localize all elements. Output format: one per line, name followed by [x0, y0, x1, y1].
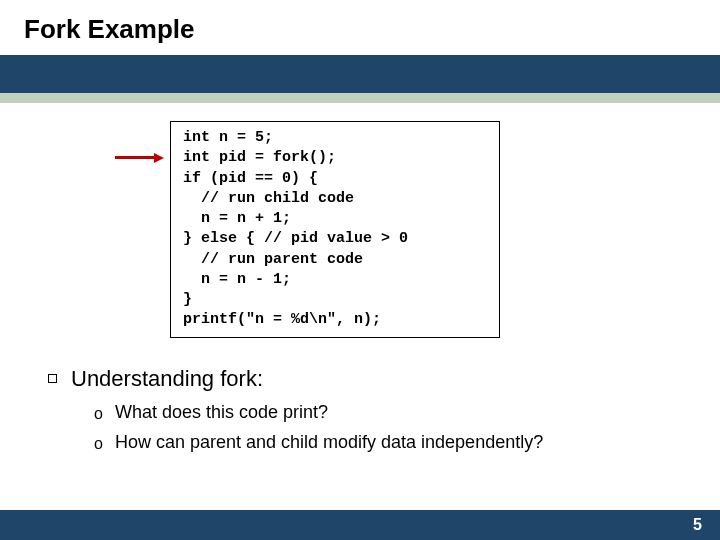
list-item: oWhat does this code print? [94, 402, 680, 426]
sub-list: oWhat does this code print?oHow can pare… [94, 402, 680, 456]
title-area: Fork Example [0, 0, 720, 55]
square-bullet-icon [48, 374, 57, 383]
list-item-label: What does this code print? [115, 402, 328, 423]
footer-bar: 5 [0, 510, 720, 540]
circle-bullet-icon: o [94, 402, 103, 426]
list-item: oHow can parent and child modify data in… [94, 432, 680, 456]
bullet-list: Understanding fork: oWhat does this code… [48, 366, 680, 456]
content-area: int n = 5; int pid = fork(); if (pid == … [0, 103, 720, 456]
circle-bullet-icon: o [94, 432, 103, 456]
list-item: Understanding fork: [48, 366, 680, 392]
header-green-bar [0, 93, 720, 103]
header-blue-bar [0, 55, 720, 93]
list-item-label: Understanding fork: [71, 366, 263, 392]
page-number: 5 [693, 516, 702, 534]
code-box: int n = 5; int pid = fork(); if (pid == … [170, 121, 500, 338]
code-wrapper: int n = 5; int pid = fork(); if (pid == … [170, 121, 680, 338]
list-item-label: How can parent and child modify data ind… [115, 432, 543, 453]
slide-title: Fork Example [24, 14, 696, 45]
pointer-arrow-icon [115, 148, 164, 166]
